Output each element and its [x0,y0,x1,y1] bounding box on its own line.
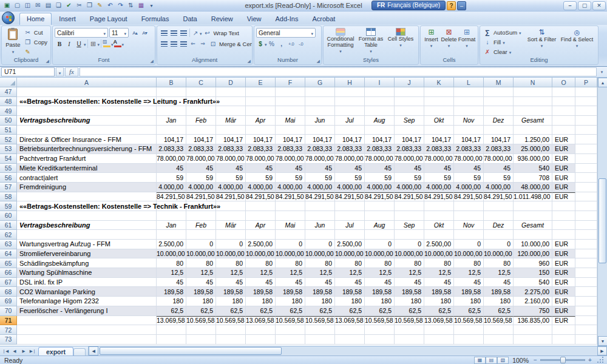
cell-P67[interactable] [575,278,597,288]
cell-E67[interactable]: 45 [246,278,276,288]
cell-D70[interactable]: 62,5 [216,306,246,316]
wrap-text-button[interactable]: Wrap Text [202,28,240,38]
zoom-slider[interactable] [532,357,593,363]
cell-M69[interactable]: 180 [484,297,514,306]
format-cells-button[interactable]: Format [458,27,476,56]
cell-N60[interactable] [514,211,552,221]
cell-D71[interactable]: 10.569,58 [216,316,246,326]
cell-H51[interactable] [335,126,365,135]
cell-H65[interactable]: 80 [335,258,365,268]
cell-K71[interactable]: 13.069,58 [424,316,454,326]
cell-N70[interactable]: 750 [514,306,552,316]
cell-E58[interactable]: 84.291,50 [246,192,276,202]
cell-P51[interactable] [575,126,597,135]
cell-B62[interactable] [157,230,186,240]
redo-icon[interactable] [115,1,126,10]
tab-add-ins[interactable]: Add-Ins [268,13,305,25]
cell-A47[interactable] [17,87,157,97]
decrease-indent-button[interactable] [188,39,198,49]
cell-F56[interactable]: 59 [276,173,305,183]
cell-D63[interactable]: 0 [216,240,246,249]
cell-N67[interactable]: 540 [514,278,552,288]
column-header-E[interactable]: E [246,78,276,87]
format-as-table-button[interactable]: Format as Table [356,27,386,56]
cell-G62[interactable] [305,230,335,240]
cell-M59[interactable] [484,201,514,211]
cell-G67[interactable]: 45 [305,278,335,288]
cell-L66[interactable]: 12,5 [454,268,484,278]
cell-D53[interactable]: 2.083,33 [216,144,246,154]
cell-O54[interactable]: EUR [552,154,575,164]
vertical-scroll-thumb[interactable] [599,178,606,263]
cell-L51[interactable] [454,126,484,135]
cell-B63[interactable]: 2.500,00 [157,240,186,249]
cell-E69[interactable]: 180 [246,297,276,306]
row-header-48[interactable]: 48 [0,97,17,107]
cell-J73[interactable] [395,335,424,345]
cell-I66[interactable]: 12,5 [365,268,395,278]
cell-L47[interactable] [454,87,484,97]
cell-O63[interactable]: EUR [552,240,575,249]
cell-J55[interactable]: 45 [395,164,424,174]
column-header-K[interactable]: K [424,78,454,87]
cell-H70[interactable]: 62,5 [335,306,365,316]
column-header-O[interactable]: O [552,78,575,87]
cell-K58[interactable]: 84.291,50 [424,192,454,202]
cell-J66[interactable]: 12,5 [395,268,424,278]
cell-G72[interactable] [305,325,335,335]
cell-G71[interactable]: 10.569,58 [305,316,335,326]
sheet-tab-export[interactable]: export [38,347,73,356]
cell-J56[interactable]: 59 [395,173,424,183]
cell-K52[interactable]: 104,17 [424,135,454,144]
cell-J60[interactable] [395,211,424,221]
cell-F52[interactable]: 104,17 [276,135,305,144]
cell-E72[interactable] [246,325,276,335]
cell-G52[interactable]: 104,17 [305,135,335,144]
cell-E60[interactable] [246,211,276,221]
cell-O56[interactable]: EUR [552,173,575,183]
cell-D52[interactable]: 104,17 [216,135,246,144]
cell-L55[interactable]: 45 [454,164,484,174]
cell-K55[interactable]: 45 [424,164,454,174]
cell-N68[interactable]: 2.275,00 [514,287,552,297]
cell-F54[interactable]: 78.000,00 [276,154,305,164]
fill-button[interactable]: Fill [482,37,523,47]
copy-icon[interactable] [84,1,95,10]
cell-A54[interactable]: Pachtvertrag Frankfurt [17,154,157,164]
cell-P68[interactable] [575,287,597,297]
cell-P54[interactable] [575,154,597,164]
cell-F60[interactable] [276,211,305,221]
cell-N53[interactable]: 25.000,00 [514,144,552,154]
cell-P61[interactable] [575,221,597,231]
cell-K63[interactable]: 2.500,00 [424,240,454,249]
percent-style-button[interactable] [267,39,277,49]
cell-N66[interactable]: 150 [514,268,552,278]
row-header-56[interactable]: 56 [0,173,17,183]
cell-H55[interactable]: 45 [335,164,365,174]
cell-B68[interactable]: 189,58 [157,287,186,297]
cell-G60[interactable] [305,211,335,221]
cell-E54[interactable]: 78.000,00 [246,154,276,164]
cell-E56[interactable]: 59 [246,173,276,183]
cell-P65[interactable] [575,258,597,268]
cell-O70[interactable]: EUR [552,306,575,316]
language-button[interactable]: FR Français (Belgique) [371,1,446,10]
column-header-J[interactable]: J [395,78,424,87]
tab-acrobat[interactable]: Acrobat [305,13,342,25]
cell-H72[interactable] [335,325,365,335]
cell-A58[interactable] [17,192,157,202]
sort-ascending-icon[interactable] [126,1,136,10]
cell-I67[interactable]: 45 [365,278,395,288]
cell-E51[interactable] [246,126,276,135]
row-header-73[interactable]: 73 [0,335,17,345]
cell-P66[interactable] [575,268,597,278]
cell-G66[interactable]: 12,5 [305,268,335,278]
cell-I59[interactable] [365,201,395,211]
cell-K72[interactable] [424,325,454,335]
cell-O71[interactable]: EUR [552,316,575,326]
cell-B66[interactable]: 12,5 [157,268,186,278]
cell-M62[interactable] [484,230,514,240]
cell-O55[interactable]: EUR [552,164,575,174]
cell-G56[interactable]: 59 [305,173,335,183]
cell-M71[interactable]: 10.569,58 [484,316,514,326]
